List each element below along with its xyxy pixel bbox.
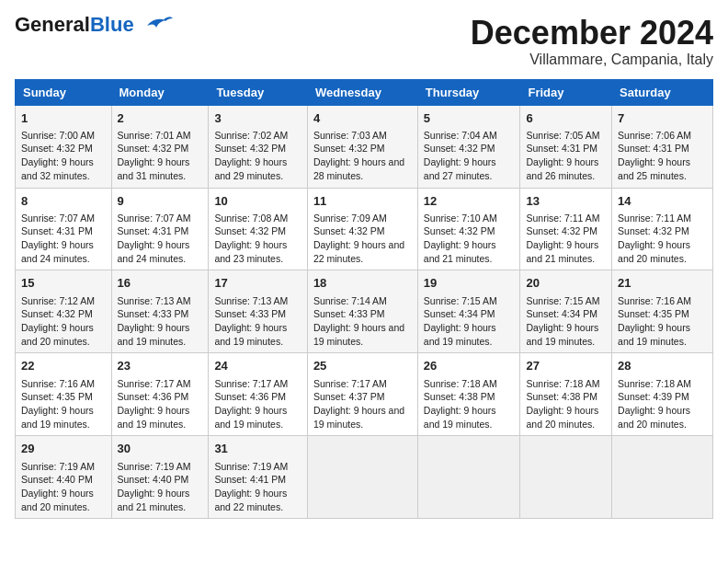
sunrise-label: Sunrise: 7:13 AM bbox=[214, 295, 288, 306]
daylight-label: Daylight: 9 hours and 19 minutes. bbox=[424, 322, 496, 347]
day-number: 13 bbox=[526, 193, 606, 210]
day-header-saturday: Saturday bbox=[612, 79, 713, 105]
sunrise-label: Sunrise: 7:01 AM bbox=[118, 130, 191, 141]
sunset-label: Sunset: 4:41 PM bbox=[214, 474, 286, 485]
day-number: 9 bbox=[118, 193, 203, 210]
sunset-label: Sunset: 4:32 PM bbox=[424, 143, 495, 154]
sunset-label: Sunset: 4:32 PM bbox=[214, 143, 286, 154]
day-number: 28 bbox=[618, 358, 707, 374]
sunrise-label: Sunrise: 7:11 AM bbox=[526, 213, 599, 224]
daylight-label: Daylight: 9 hours and 21 minutes. bbox=[424, 239, 496, 264]
sunset-label: Sunset: 4:36 PM bbox=[118, 391, 189, 402]
daylight-label: Daylight: 9 hours and 31 minutes. bbox=[118, 156, 190, 181]
sunrise-label: Sunrise: 7:08 AM bbox=[214, 213, 288, 224]
day-number: 10 bbox=[214, 193, 301, 210]
day-number: 29 bbox=[21, 441, 106, 457]
daylight-label: Daylight: 9 hours and 19 minutes. bbox=[214, 405, 287, 430]
sunrise-label: Sunrise: 7:17 AM bbox=[118, 378, 191, 389]
calendar-cell: 1Sunrise: 7:00 AMSunset: 4:32 PMDaylight… bbox=[16, 105, 112, 188]
sunset-label: Sunset: 4:38 PM bbox=[526, 391, 597, 402]
sunset-label: Sunset: 4:32 PM bbox=[214, 225, 286, 236]
calendar-cell: 18Sunrise: 7:14 AMSunset: 4:33 PMDayligh… bbox=[307, 270, 417, 353]
calendar-cell bbox=[520, 436, 612, 519]
sunset-label: Sunset: 4:40 PM bbox=[118, 474, 189, 485]
calendar-cell: 28Sunrise: 7:18 AMSunset: 4:39 PMDayligh… bbox=[612, 353, 713, 436]
day-number: 16 bbox=[118, 275, 203, 292]
logo-text: GeneralBlue bbox=[15, 15, 134, 35]
calendar-cell: 26Sunrise: 7:18 AMSunset: 4:38 PMDayligh… bbox=[417, 353, 520, 436]
daylight-label: Daylight: 9 hours and 19 minutes. bbox=[214, 322, 287, 347]
day-number: 14 bbox=[618, 193, 707, 210]
day-number: 22 bbox=[21, 358, 106, 374]
calendar-cell: 16Sunrise: 7:13 AMSunset: 4:33 PMDayligh… bbox=[111, 270, 209, 353]
title-block: December 2024 Villammare, Campania, Ital… bbox=[471, 15, 713, 68]
daylight-label: Daylight: 9 hours and 22 minutes. bbox=[313, 239, 404, 264]
day-number: 2 bbox=[118, 110, 203, 127]
calendar-cell: 22Sunrise: 7:16 AMSunset: 4:35 PMDayligh… bbox=[16, 353, 112, 436]
calendar-cell: 4Sunrise: 7:03 AMSunset: 4:32 PMDaylight… bbox=[307, 105, 417, 188]
sunrise-label: Sunrise: 7:14 AM bbox=[313, 295, 387, 306]
daylight-label: Daylight: 9 hours and 22 minutes. bbox=[214, 488, 287, 512]
daylight-label: Daylight: 9 hours and 19 minutes. bbox=[118, 405, 190, 430]
sunrise-label: Sunrise: 7:15 AM bbox=[526, 295, 599, 306]
calendar-cell: 13Sunrise: 7:11 AMSunset: 4:32 PMDayligh… bbox=[520, 188, 612, 270]
day-number: 19 bbox=[424, 275, 515, 292]
sunrise-label: Sunrise: 7:07 AM bbox=[21, 213, 95, 224]
logo: GeneralBlue bbox=[15, 15, 173, 35]
calendar-cell: 25Sunrise: 7:17 AMSunset: 4:37 PMDayligh… bbox=[307, 353, 417, 436]
calendar-cell: 20Sunrise: 7:15 AMSunset: 4:34 PMDayligh… bbox=[520, 270, 612, 353]
sunrise-label: Sunrise: 7:05 AM bbox=[526, 130, 599, 141]
daylight-label: Daylight: 9 hours and 26 minutes. bbox=[526, 156, 598, 181]
sunrise-label: Sunrise: 7:02 AM bbox=[214, 130, 288, 141]
sunset-label: Sunset: 4:37 PM bbox=[313, 391, 385, 402]
sunset-label: Sunset: 4:32 PM bbox=[21, 143, 93, 154]
calendar-cell: 30Sunrise: 7:19 AMSunset: 4:40 PMDayligh… bbox=[111, 436, 209, 519]
calendar-week-row: 1Sunrise: 7:00 AMSunset: 4:32 PMDaylight… bbox=[16, 105, 713, 188]
calendar-cell: 23Sunrise: 7:17 AMSunset: 4:36 PMDayligh… bbox=[111, 353, 209, 436]
sunset-label: Sunset: 4:38 PM bbox=[424, 391, 495, 402]
daylight-label: Daylight: 9 hours and 24 minutes. bbox=[21, 239, 94, 264]
sunset-label: Sunset: 4:32 PM bbox=[424, 225, 495, 236]
day-number: 21 bbox=[618, 275, 707, 292]
daylight-label: Daylight: 9 hours and 19 minutes. bbox=[118, 322, 190, 347]
day-number: 6 bbox=[526, 110, 606, 127]
day-number: 18 bbox=[313, 275, 412, 292]
daylight-label: Daylight: 9 hours and 19 minutes. bbox=[21, 405, 94, 430]
day-number: 30 bbox=[118, 441, 203, 457]
sunrise-label: Sunrise: 7:06 AM bbox=[618, 130, 691, 141]
daylight-label: Daylight: 9 hours and 19 minutes. bbox=[424, 405, 496, 430]
sunrise-label: Sunrise: 7:19 AM bbox=[21, 461, 95, 472]
sunset-label: Sunset: 4:31 PM bbox=[118, 225, 189, 236]
day-number: 5 bbox=[424, 110, 515, 127]
sunrise-label: Sunrise: 7:19 AM bbox=[214, 461, 288, 472]
location: Villammare, Campania, Italy bbox=[471, 52, 713, 68]
sunset-label: Sunset: 4:35 PM bbox=[618, 308, 689, 319]
calendar-cell: 12Sunrise: 7:10 AMSunset: 4:32 PMDayligh… bbox=[417, 188, 520, 270]
days-header-row: SundayMondayTuesdayWednesdayThursdayFrid… bbox=[16, 79, 713, 105]
sunrise-label: Sunrise: 7:13 AM bbox=[118, 295, 191, 306]
sunrise-label: Sunrise: 7:15 AM bbox=[424, 295, 497, 306]
sunset-label: Sunset: 4:31 PM bbox=[618, 143, 689, 154]
daylight-label: Daylight: 9 hours and 19 minutes. bbox=[313, 322, 404, 347]
sunrise-label: Sunrise: 7:19 AM bbox=[118, 461, 191, 472]
day-number: 27 bbox=[526, 358, 606, 374]
daylight-label: Daylight: 9 hours and 25 minutes. bbox=[618, 156, 690, 181]
sunset-label: Sunset: 4:32 PM bbox=[118, 143, 189, 154]
calendar-cell bbox=[307, 436, 417, 519]
sunrise-label: Sunrise: 7:18 AM bbox=[424, 378, 497, 389]
logo-bird-icon bbox=[138, 15, 173, 35]
sunset-label: Sunset: 4:32 PM bbox=[313, 143, 385, 154]
sunrise-label: Sunrise: 7:00 AM bbox=[21, 130, 95, 141]
sunrise-label: Sunrise: 7:17 AM bbox=[313, 378, 387, 389]
sunset-label: Sunset: 4:31 PM bbox=[526, 143, 597, 154]
calendar-cell: 14Sunrise: 7:11 AMSunset: 4:32 PMDayligh… bbox=[612, 188, 713, 270]
calendar-cell: 17Sunrise: 7:13 AMSunset: 4:33 PMDayligh… bbox=[209, 270, 307, 353]
sunset-label: Sunset: 4:31 PM bbox=[21, 225, 93, 236]
sunset-label: Sunset: 4:32 PM bbox=[21, 308, 93, 319]
day-number: 8 bbox=[21, 193, 106, 210]
sunrise-label: Sunrise: 7:18 AM bbox=[526, 378, 599, 389]
calendar-cell bbox=[612, 436, 713, 519]
calendar-cell: 21Sunrise: 7:16 AMSunset: 4:35 PMDayligh… bbox=[612, 270, 713, 353]
sunset-label: Sunset: 4:35 PM bbox=[21, 391, 93, 402]
day-number: 11 bbox=[313, 193, 412, 210]
